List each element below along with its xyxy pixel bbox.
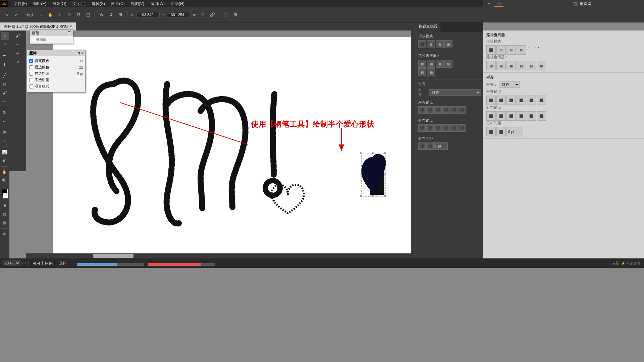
- artboard-next2[interactable]: ▶|: [49, 261, 53, 265]
- toolbar-icon-align[interactable]: ⬛: [222, 11, 230, 19]
- canvas[interactable]: 使用【钢笔工具】绘制半个爱心形状: [53, 37, 416, 255]
- v-scrollbar[interactable]: [411, 31, 416, 253]
- menu-help[interactable]: 帮助(H): [168, 0, 187, 7]
- tool-switch[interactable]: ⊕: [1, 230, 9, 238]
- tray-lang[interactable]: S 英: [611, 261, 619, 266]
- transform-btn-9[interactable]: ⊞: [116, 11, 124, 19]
- tool-warp[interactable]: ≋: [1, 128, 9, 136]
- menu-select[interactable]: 选择(S): [89, 0, 108, 7]
- prop-unite[interactable]: ⬛: [486, 45, 496, 55]
- doc-tab-close[interactable]: ×: [70, 23, 72, 30]
- prop-dist-1[interactable]: ⬛: [486, 111, 496, 121]
- dist-left-btn[interactable]: ⬛: [418, 124, 426, 132]
- tool-line[interactable]: ╱: [1, 71, 9, 79]
- prop-gap-value[interactable]: [506, 127, 523, 136]
- exclude-btn[interactable]: ⊠: [444, 40, 452, 48]
- brush-tool-1[interactable]: 🖌: [14, 32, 22, 40]
- background-swatch[interactable]: [3, 193, 8, 198]
- dist-right-btn[interactable]: ⬛: [434, 124, 442, 132]
- transform-btn-5[interactable]: ⊡: [74, 11, 83, 19]
- prop-dist-4[interactable]: ⬛: [517, 111, 526, 121]
- magic-wand-help[interactable]: ?: [78, 51, 80, 55]
- align-center-h-btn[interactable]: ⬛: [426, 106, 434, 114]
- prop-gap-1[interactable]: ⬛: [486, 127, 496, 136]
- brush-options-panel-title-bar[interactable]: 画笔 ☰: [30, 30, 73, 36]
- tool-pen[interactable]: ✒: [1, 52, 9, 60]
- prop-align-1[interactable]: ⬛: [486, 96, 496, 105]
- gap-v-btn[interactable]: ⬛: [426, 142, 434, 150]
- toolbar-icon-link[interactable]: 🔗: [208, 11, 216, 19]
- blend-mode-checkbox[interactable]: [29, 84, 33, 88]
- x-value-input[interactable]: [136, 12, 160, 17]
- toolbar-icon-star[interactable]: ⊕: [199, 11, 207, 19]
- prop-gap-2[interactable]: ⬛: [496, 127, 506, 136]
- align-right-btn[interactable]: ⬛: [434, 106, 442, 114]
- brush-tool-4[interactable]: ↗: [14, 58, 22, 66]
- artboard-prev2[interactable]: ◀: [37, 261, 40, 265]
- menu-effect[interactable]: 效果(C): [108, 0, 127, 7]
- far-right-tab-ai[interactable]: AI: [494, 1, 503, 7]
- tool-gradient[interactable]: ▤: [1, 219, 9, 227]
- prop-expand-3[interactable]: ›: [534, 45, 536, 55]
- prop-minus[interactable]: ⊟: [496, 45, 506, 55]
- pathfinder-btn-2[interactable]: ▥: [427, 60, 435, 68]
- prop-align-2[interactable]: ⬛: [496, 96, 506, 105]
- dist-center-h-btn[interactable]: ⬛: [426, 124, 434, 132]
- prop-dist-5[interactable]: ⬛: [527, 111, 536, 121]
- menu-edit[interactable]: 编辑(E): [30, 0, 49, 7]
- transform-btn-8[interactable]: ↺: [107, 11, 115, 19]
- menu-window[interactable]: 窗口(W): [148, 0, 167, 7]
- transform-btn-2[interactable]: ✋: [46, 11, 54, 19]
- toolbar-icon-2[interactable]: ⤢: [12, 11, 20, 19]
- tool-mirror[interactable]: ⇔: [1, 117, 9, 125]
- y-value-input[interactable]: [167, 12, 191, 17]
- transform-btn-1[interactable]: ↕: [37, 11, 45, 19]
- brush-options-menu-icon[interactable]: ☰: [67, 31, 71, 35]
- dist-center-v-btn[interactable]: ⬛: [450, 124, 458, 132]
- brush-tool-2[interactable]: ✏: [14, 41, 22, 49]
- align-top-btn[interactable]: ⬛: [442, 106, 450, 114]
- tray-icons[interactable]: ⚡ ≈ ⊞ ⊟ ⊕: [621, 261, 641, 265]
- magic-wand-title-bar[interactable]: 魔棒 ? ×: [27, 50, 85, 56]
- prop-align-4[interactable]: ⬛: [517, 96, 526, 105]
- prop-dist-6[interactable]: ⬛: [537, 111, 546, 121]
- prop-exclude[interactable]: ⊠: [517, 45, 526, 55]
- opacity-checkbox[interactable]: [29, 78, 33, 82]
- tool-zoom[interactable]: 🔍: [1, 177, 9, 185]
- toolbar-icon-1[interactable]: ↖: [3, 11, 11, 19]
- tool-rotate[interactable]: ↻: [1, 109, 9, 117]
- transform-btn-6[interactable]: ◫: [84, 11, 92, 19]
- menu-text[interactable]: 文字(T): [70, 0, 88, 7]
- h-scrollbar[interactable]: [26, 253, 416, 258]
- prop-align-6[interactable]: ⬛: [537, 96, 546, 105]
- magic-wand-close[interactable]: ×: [81, 51, 83, 55]
- tool-scale[interactable]: ⤡: [1, 137, 9, 145]
- tool-rect[interactable]: □: [1, 80, 9, 88]
- align-to-dropdown[interactable]: 对齐: [429, 89, 481, 96]
- tool-type[interactable]: T: [1, 60, 9, 68]
- right-tab-pathfinder[interactable]: 路径查找器: [416, 22, 440, 32]
- prop-dist-2[interactable]: ⬛: [496, 111, 506, 121]
- align-center-v-btn[interactable]: ⬛: [450, 106, 458, 114]
- stroke-color-checkbox[interactable]: [29, 65, 33, 69]
- fill-color-checkbox[interactable]: [29, 59, 33, 63]
- tool-artboard[interactable]: ⊞: [1, 157, 9, 165]
- brush-tool-3[interactable]: ⊹: [14, 49, 22, 57]
- toolbar-icon-distribute[interactable]: ⊞: [231, 11, 239, 19]
- stroke-width-checkbox[interactable]: [29, 72, 33, 76]
- tool-hand[interactable]: ✋: [1, 168, 9, 176]
- tool-direct-select[interactable]: ↗: [1, 41, 9, 49]
- prop-path-5[interactable]: ▨: [527, 61, 536, 70]
- align-bottom-btn[interactable]: ⬛: [459, 106, 466, 114]
- tool-pencil[interactable]: ✏: [1, 98, 9, 106]
- pathfinder-btn-1[interactable]: ▤: [418, 60, 426, 68]
- prop-intersect[interactable]: ⊞: [506, 45, 516, 55]
- prop-align-3[interactable]: ⬛: [506, 96, 516, 105]
- tool-paintbrush[interactable]: 🖌: [1, 89, 9, 97]
- gap-h-btn[interactable]: ⬛: [418, 142, 426, 150]
- artboard-next[interactable]: ▶: [45, 261, 48, 265]
- tool-stroke[interactable]: □: [1, 210, 9, 218]
- artboard-prev[interactable]: |◀: [32, 261, 36, 265]
- zoom-select[interactable]: 200%: [3, 260, 20, 266]
- prop-path-6[interactable]: ▩: [537, 61, 546, 70]
